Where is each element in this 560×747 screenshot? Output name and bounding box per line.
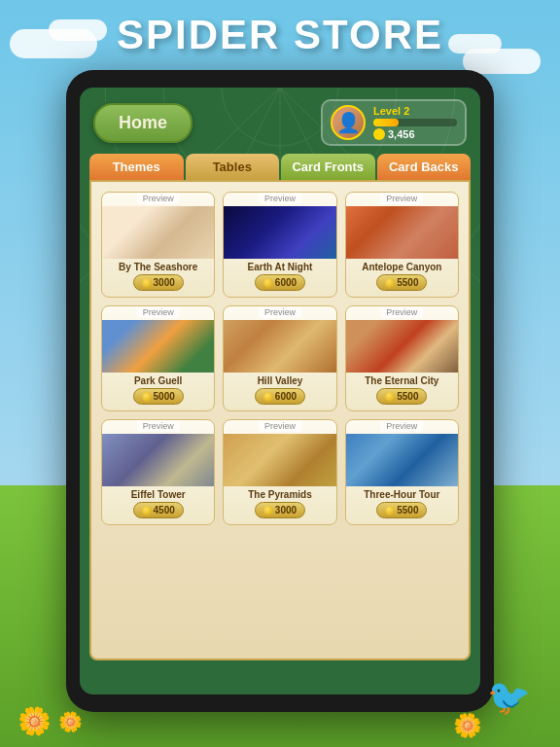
- item-thumbnail-7: [102, 434, 214, 486]
- level-bar-background: [373, 119, 457, 126]
- tab-card-fronts[interactable]: Card Fronts: [281, 154, 375, 180]
- flower-1: 🌼: [18, 705, 52, 737]
- item-name-5: Hill Valley: [254, 373, 307, 388]
- item-name-1: By The Seashore: [115, 259, 201, 274]
- coins-row: 3,456: [373, 128, 457, 140]
- tab-tables[interactable]: Tables: [186, 154, 280, 180]
- price-badge-3: 5500: [376, 274, 427, 291]
- price-value-8: 3000: [275, 505, 297, 516]
- price-coin-3: [385, 278, 395, 288]
- preview-label-2: Preview: [259, 193, 301, 204]
- price-badge-6: 5500: [376, 388, 427, 405]
- price-value-7: 4500: [154, 505, 175, 516]
- store-item-5[interactable]: Preview Hill Valley 6000: [223, 305, 336, 411]
- price-coin-6: [385, 392, 395, 402]
- tab-card-backs[interactable]: Card Backs: [377, 154, 472, 180]
- price-coin-1: [142, 278, 152, 288]
- price-coin-2: [263, 278, 273, 288]
- price-value-1: 3000: [154, 277, 175, 288]
- store-item-6[interactable]: Preview The Eternal City 5500: [345, 305, 459, 411]
- item-thumbnail-9: [346, 434, 458, 486]
- price-value-6: 5500: [397, 391, 418, 402]
- item-name-6: The Eternal City: [361, 373, 442, 388]
- item-thumbnail-4: [102, 320, 214, 373]
- level-label: Level 2: [373, 105, 457, 117]
- price-value-4: 5000: [154, 391, 175, 402]
- price-value-5: 6000: [275, 391, 297, 402]
- price-value-2: 6000: [275, 277, 297, 288]
- preview-label-6: Preview: [380, 306, 423, 318]
- store-item-7[interactable]: Preview Eiffel Tower 4500: [101, 419, 215, 525]
- store-item-4[interactable]: Preview Park Guell 5000: [101, 305, 215, 411]
- item-thumbnail-6: [346, 320, 458, 373]
- preview-label-5: Preview: [259, 306, 301, 318]
- item-thumbnail-2: [224, 206, 335, 259]
- page-title: SPIDER STORE: [0, 12, 560, 58]
- tabs-row: Themes Tables Card Fronts Card Backs: [80, 154, 480, 180]
- store-content: Preview By The Seashore 3000 Preview Ear…: [89, 180, 471, 660]
- preview-label-7: Preview: [137, 420, 180, 432]
- level-panel: 👤 Level 2 3,456: [321, 99, 467, 146]
- tab-themes[interactable]: Themes: [89, 154, 184, 180]
- preview-label-3: Preview: [380, 193, 423, 204]
- home-button[interactable]: Home: [93, 103, 192, 143]
- price-badge-8: 3000: [255, 502, 305, 518]
- item-thumbnail-8: [224, 434, 335, 486]
- avatar: 👤: [331, 105, 366, 140]
- preview-label-4: Preview: [137, 306, 180, 318]
- item-thumbnail-5: [224, 320, 335, 373]
- item-name-8: The Pyramids: [244, 486, 316, 502]
- store-item-3[interactable]: Preview Antelope Canyon 5500: [345, 192, 459, 298]
- price-badge-1: 3000: [133, 274, 184, 291]
- store-item-8[interactable]: Preview The Pyramids 3000: [223, 419, 336, 525]
- item-thumbnail-1: [102, 206, 214, 259]
- tablet-frame: Home 👤 Level 2 3,456 Themes Tables: [66, 70, 494, 712]
- tablet-screen: Home 👤 Level 2 3,456 Themes Tables: [80, 88, 480, 694]
- store-item-2[interactable]: Preview Earth At Night 6000: [223, 192, 336, 298]
- price-coin-4: [142, 392, 152, 402]
- price-coin-8: [263, 506, 273, 516]
- price-badge-5: 6000: [255, 388, 305, 405]
- preview-label-8: Preview: [259, 420, 301, 432]
- level-info: Level 2 3,456: [373, 105, 457, 140]
- screen-header: Home 👤 Level 2 3,456: [80, 88, 480, 154]
- item-thumbnail-3: [346, 206, 458, 259]
- item-name-2: Earth At Night: [244, 259, 317, 274]
- flower-3: 🌼: [58, 710, 83, 733]
- price-value-3: 5500: [397, 277, 418, 288]
- price-coin-5: [263, 392, 273, 402]
- preview-label-1: Preview: [137, 193, 180, 204]
- item-name-4: Park Guell: [130, 373, 186, 388]
- level-bar-fill: [373, 119, 399, 126]
- item-name-3: Antelope Canyon: [358, 259, 445, 274]
- price-badge-9: 5500: [376, 502, 427, 518]
- price-badge-2: 6000: [255, 274, 305, 291]
- price-coin-9: [385, 506, 395, 516]
- items-grid: Preview By The Seashore 3000 Preview Ear…: [91, 182, 469, 535]
- price-value-9: 5500: [397, 505, 418, 516]
- price-badge-7: 4500: [133, 502, 184, 518]
- flower-2: 🌼: [453, 712, 482, 739]
- price-badge-4: 5000: [133, 388, 184, 405]
- item-name-7: Eiffel Tower: [127, 486, 190, 502]
- coins-value: 3,456: [388, 128, 415, 140]
- price-coin-7: [142, 506, 152, 516]
- coin-icon: [373, 128, 385, 140]
- store-item-1[interactable]: Preview By The Seashore 3000: [101, 192, 215, 298]
- item-name-9: Three-Hour Tour: [360, 486, 443, 502]
- store-item-9[interactable]: Preview Three-Hour Tour 5500: [345, 419, 459, 525]
- bird-decoration: 🐦: [487, 677, 531, 718]
- preview-label-9: Preview: [380, 420, 423, 432]
